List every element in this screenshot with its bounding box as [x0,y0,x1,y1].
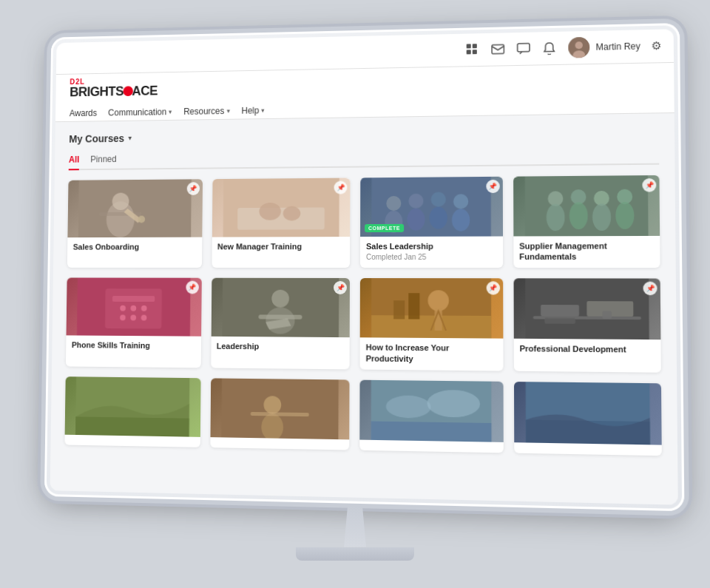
nav-awards[interactable]: Awards [70,105,98,121]
chat-icon[interactable] [515,40,532,56]
svg-rect-1 [473,44,477,48]
svg-rect-5 [518,43,530,51]
course-name-phone-skills: Phone Skills Training [72,339,195,351]
course-info-phone-skills: Phone Skills Training [66,335,200,356]
course-card-new-manager[interactable]: 📌 New Manager Training [212,178,350,268]
svg-rect-3 [473,50,477,54]
svg-rect-70 [371,421,492,442]
course-name-new-manager: New Manager Training [217,240,344,251]
svg-rect-38 [112,296,155,302]
svg-rect-60 [602,311,612,318]
nav-communication[interactable]: Communication ▾ [108,104,172,121]
courses-title: My Courses [69,132,124,144]
monitor-body: Martin Rey ⚙ D2L BRIGHTSACE Awards [44,23,685,511]
svg-rect-59 [544,317,575,323]
course-thumb-new-manager: 📌 [212,178,350,237]
resources-chevron: ▾ [226,107,230,114]
pin-icon-8: 📌 [643,282,657,296]
complete-badge: COMPLETE [365,223,404,232]
communication-chevron: ▾ [169,108,172,115]
course-card-row3-2[interactable] [210,378,350,450]
svg-rect-4 [492,44,504,53]
course-info-productivity: How to Increase Your Productivity [360,337,503,371]
course-card-sales-leadership[interactable]: 📌 COMPLETE [360,176,503,268]
svg-rect-2 [467,50,471,54]
user-area[interactable]: Martin Rey [568,36,640,58]
course-name-row3-3 [365,444,497,446]
course-name-supplier: Supplier Management Fundamentals [519,240,654,261]
help-chevron: ▾ [261,107,265,114]
tabs: All Pinned [69,144,660,169]
mail-icon[interactable] [490,41,506,57]
course-card-row3-3[interactable] [359,379,503,453]
course-name-sales-onboarding: Sales Onboarding [73,241,196,251]
course-card-productivity[interactable]: 📌 [360,278,503,371]
course-thumb-row3-4 [513,382,661,445]
svg-rect-0 [467,44,471,48]
course-thumb-phone-skills: 📌 [67,277,202,336]
course-thumb-row3-2 [210,378,350,439]
course-info-professional: Professional Development [513,339,660,362]
pin-icon-5: 📌 [186,281,199,294]
tab-pinned[interactable]: Pinned [90,151,117,170]
course-info-leadership: Leadership [211,337,350,359]
stand-base [296,547,414,561]
top-bar-icons [464,39,558,58]
course-date-sales-leadership: Completed Jan 25 [366,252,496,260]
course-name-row3-4 [520,447,655,449]
course-name-professional: Professional Development [520,343,655,355]
course-card-professional[interactable]: 📌 [513,278,661,372]
course-card-row3-4[interactable] [513,382,661,456]
pin-icon: 📌 [186,181,199,195]
course-thumb-professional: 📌 [513,278,660,339]
svg-rect-57 [541,305,579,317]
pin-icon-6: 📌 [334,281,347,294]
svg-rect-9 [78,179,192,237]
bell-icon[interactable] [541,39,558,56]
course-card-row3-1[interactable] [64,376,200,447]
grid-icon[interactable] [464,41,481,58]
course-card-sales-onboarding[interactable]: 📌 Sales On [67,179,203,268]
screen: Martin Rey ⚙ D2L BRIGHTSACE Awards [50,29,678,504]
course-thumb-row3-1 [65,376,201,437]
monitor-wrapper: Martin Rey ⚙ D2L BRIGHTSACE Awards [37,28,673,561]
pin-icon-2: 📌 [334,180,348,194]
pin-icon-7: 📌 [486,281,499,294]
course-card-leadership[interactable]: 📌 Leadership [211,278,350,369]
username-label: Martin Rey [595,41,640,52]
course-name-sales-leadership: Sales Leadership [366,240,496,251]
course-thumb-sales-onboarding: 📌 [67,179,202,237]
svg-rect-51 [393,300,405,319]
course-name-leadership: Leadership [217,341,344,353]
main-content: My Courses ▾ All Pinned 📌 [50,112,678,504]
pin-icon-3: 📌 [486,179,499,192]
svg-rect-48 [258,314,302,319]
svg-rect-15 [237,207,325,229]
course-name-row3-2 [216,442,343,444]
nav-resources[interactable]: Resources ▾ [183,103,230,119]
courses-grid: 📌 Sales On [64,175,661,455]
nav-help[interactable]: Help ▾ [241,102,265,118]
course-name-productivity: How to Increase Your Productivity [366,342,497,365]
course-thumb-leadership: 📌 [211,278,350,337]
avatar [568,36,589,58]
settings-icon[interactable]: ⚙ [651,38,661,52]
course-thumb-row3-3 [359,379,503,442]
tab-all[interactable]: All [69,151,80,169]
course-name-row3-1 [70,439,194,441]
course-info-new-manager: New Manager Training [212,236,350,257]
course-card-phone-skills[interactable]: 📌 [66,277,201,367]
course-info-sales-leadership: Sales Leadership Completed Jan 25 [360,236,503,267]
course-thumb-productivity: 📌 [360,278,503,339]
course-thumb-sales-leadership: 📌 COMPLETE [360,176,502,236]
courses-header: My Courses ▾ [69,125,659,144]
course-info-supplier: Supplier Management Fundamentals [513,235,660,268]
monitor-stand [296,507,414,561]
courses-chevron[interactable]: ▾ [129,134,132,142]
course-card-supplier[interactable]: 📌 [513,175,660,268]
logo-dot [123,86,132,96]
pin-icon-4: 📌 [642,178,656,192]
course-thumb-supplier: 📌 [513,175,660,236]
svg-rect-50 [371,315,491,338]
stand-neck [337,507,373,547]
